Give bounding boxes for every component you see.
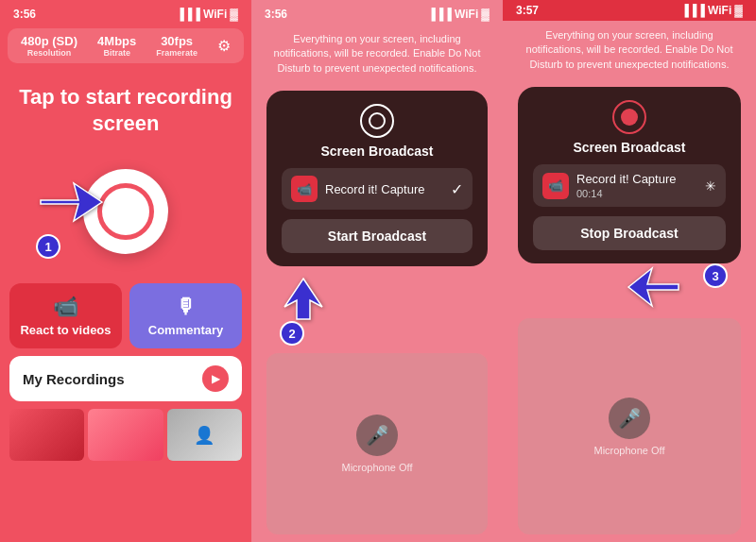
bitrate-setting[interactable]: 4Mbps Bitrate [97,34,136,58]
broadcast-title-3: Screen Broadcast [573,140,685,155]
blurred-area-2: 🎤 Microphone Off [266,353,488,534]
step-1-arrow: 1 [36,174,112,259]
stop-broadcast-button[interactable]: Stop Broadcast [533,216,726,250]
resolution-value: 480p (SD) [21,34,77,48]
stop-broadcast-label: Stop Broadcast [580,226,678,241]
notice-2: Everything on your screen, including not… [251,25,503,87]
signal-icon-3: ▐▐▐ [681,4,706,17]
status-time-2: 3:56 [265,8,287,21]
bitrate-label: Bitrate [103,48,130,58]
blurred-area-3: 🎤 Microphone Off [518,318,741,534]
broadcast-title-2: Screen Broadcast [320,144,433,159]
battery-icon-3: ▓ [734,4,743,17]
my-recordings-row[interactable]: My Recordings ▶ [9,356,242,401]
app-item-name-3: Record it! Capture [576,172,677,186]
recording-time: 00:14 [576,188,677,199]
mic-icon: 🎙 [176,295,197,319]
step-2-arrow-container: 2 [251,274,503,346]
settings-row: 480p (SD) Resolution 4Mbps Bitrate 30fps… [8,28,244,63]
status-time-1: 3:56 [13,8,36,21]
svg-marker-0 [41,183,102,221]
thumbnail-1 [9,409,84,461]
play-button[interactable]: ▶ [202,365,229,392]
mic-off-label-2: Microphone Off [341,462,412,473]
broadcast-item-left: 📹 Record it! Capture [291,176,425,202]
wifi-icon: WiFi [203,8,227,21]
commentary-label: Commentary [148,323,223,337]
phone-3: 3:57 ▐▐▐ WiFi ▓ Everything on your scree… [503,0,756,542]
phone-2: 3:56 ▐▐▐ WiFi ▓ Everything on your scree… [251,0,503,542]
microphone-icon-2: 🎤 [356,415,398,456]
app-icon: 📹 [291,176,318,202]
broadcast-header-3: Screen Broadcast [533,100,726,155]
step-1-badge: 1 [36,234,60,259]
broadcast-header: Screen Broadcast [282,104,472,159]
recordings-label: My Recordings [23,371,125,387]
notice-3: Everything on your screen, including not… [503,21,756,83]
step-3-arrow-container: 3 [503,263,756,311]
status-time-3: 3:57 [516,4,539,17]
broadcast-record-icon [360,104,394,138]
status-bar-2: 3:56 ▐▐▐ WiFi ▓ [251,0,503,25]
gear-icon[interactable]: ⚙ [217,37,231,55]
bitrate-value: 4Mbps [97,34,136,48]
wifi-icon-2: WiFi [455,8,478,21]
step-3-arrow-svg [624,263,680,311]
resolution-setting[interactable]: 480p (SD) Resolution [21,34,77,58]
microphone-icon-3: 🎤 [609,398,650,439]
signal-icon: ▐▐▐ [177,8,201,21]
action-buttons: 📹 React to videos 🎙 Commentary [9,283,242,348]
commentary-button[interactable]: 🎙 Commentary [129,283,242,348]
resolution-label: Resolution [27,48,72,58]
broadcast-record-icon-red [612,100,646,134]
broadcast-inner-dot-red [621,109,638,126]
app-icon-3: 📹 [542,173,569,199]
broadcast-modal-2: Screen Broadcast 📹 Record it! Capture ✓ … [266,91,488,266]
thumbnails-row: 👤 [9,409,242,461]
thumbnail-2 [88,409,163,461]
loading-spinner: ✳ [705,178,716,194]
svg-marker-2 [628,268,679,306]
status-icons-2: ▐▐▐ WiFi ▓ [428,8,490,21]
record-circle-area: 1 [0,155,251,268]
react-label: React to videos [20,323,111,337]
thumbnail-3: 👤 [167,409,242,461]
react-to-videos-button[interactable]: 📹 React to videos [9,283,122,348]
battery-icon: ▓ [230,8,238,21]
phone-1: 3:56 ▐▐▐ WiFi ▓ 480p (SD) Resolution 4Mb… [0,0,251,542]
react-icon: 📹 [53,295,78,319]
signal-icon-2: ▐▐▐ [428,8,453,21]
app-info-3: Record it! Capture 00:14 [576,172,677,199]
wifi-icon-3: WiFi [708,4,731,17]
tap-title: Tap to start recording screen [19,84,232,136]
broadcast-modal-3: Screen Broadcast 📹 Record it! Capture 00… [518,87,741,263]
step-3-badge: 3 [703,263,728,288]
framerate-value: 30fps [161,34,193,48]
step-2-badge: 2 [280,321,304,346]
framerate-label: Framerate [156,48,198,58]
broadcast-app-item-3[interactable]: 📹 Record it! Capture 00:14 ✳ [533,164,726,207]
broadcast-item-left-3: 📹 Record it! Capture 00:14 [542,172,677,199]
battery-icon-2: ▓ [481,8,490,21]
broadcast-app-item[interactable]: 📹 Record it! Capture ✓ [282,168,472,210]
status-bar-1: 3:56 ▐▐▐ WiFi ▓ [0,0,251,25]
svg-marker-1 [284,279,322,319]
broadcast-inner-dot [369,112,386,129]
start-broadcast-button[interactable]: Start Broadcast [282,219,472,253]
step-2-arrow-svg [280,274,327,321]
checkmark-icon: ✓ [451,180,463,198]
status-icons-1: ▐▐▐ WiFi ▓ [177,8,238,21]
mic-off-label-3: Microphone Off [593,445,664,456]
framerate-setting[interactable]: 30fps Framerate [156,34,198,58]
start-broadcast-label: Start Broadcast [328,229,426,244]
app-item-name: Record it! Capture [325,182,425,196]
status-bar-3: 3:57 ▐▐▐ WiFi ▓ [503,0,756,21]
status-icons-3: ▐▐▐ WiFi ▓ [681,4,743,17]
